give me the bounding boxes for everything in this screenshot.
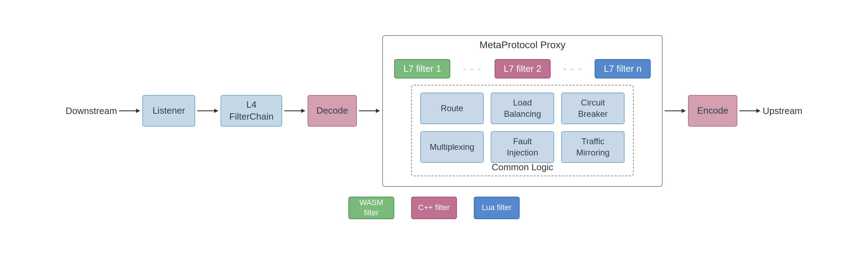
- arrow-decode-meta: [359, 106, 380, 116]
- common-cell-load-balancing: Load Balancing: [491, 93, 554, 124]
- svg-marker-5: [301, 109, 305, 113]
- legend-box-lua: Lua filter: [474, 197, 520, 219]
- arrow-encode-upstream: [739, 106, 761, 116]
- common-cell-traffic-mirroring: Traffic Mirroring: [561, 131, 625, 163]
- l7-filters-row: L7 filter 1 - - - L7 filter 2 - - - L7 f…: [394, 59, 651, 78]
- common-cell-circuit-breaker: Circuit Breaker: [561, 93, 625, 124]
- common-logic-grid: Route Load Balancing Circuit Breaker Mul…: [420, 93, 625, 163]
- diagram-container: Downstream Listener L4 FilterChain Decod…: [15, 11, 853, 243]
- decode-box: Decode: [308, 95, 357, 127]
- legend-box-cpp: C++ filter: [411, 197, 457, 219]
- filter-dash-1: - - -: [463, 63, 482, 74]
- legend-item-lua: Lua filter: [474, 197, 520, 219]
- l4filterchain-box: L4 FilterChain: [221, 95, 282, 127]
- svg-marker-1: [136, 109, 140, 113]
- common-cell-fault-injection: Fault Injection: [491, 131, 554, 163]
- metaprotocol-proxy-box: MetaProtocol Proxy L7 filter 1 - - - L7 …: [382, 35, 663, 187]
- svg-marker-9: [682, 109, 686, 113]
- arrow-l4-decode: [284, 106, 305, 116]
- legend-item-cpp: C++ filter: [411, 197, 457, 219]
- upstream-label: Upstream: [763, 106, 802, 116]
- encode-box: Encode: [688, 95, 737, 127]
- arrow-meta-encode: [665, 106, 686, 116]
- svg-marker-3: [214, 109, 218, 113]
- svg-marker-7: [376, 109, 380, 113]
- metaprotocol-title: MetaProtocol Proxy: [479, 39, 565, 51]
- common-cell-multiplexing: Multiplexing: [420, 131, 484, 163]
- main-flow: Downstream Listener L4 FilterChain Decod…: [15, 35, 853, 187]
- filter-dash-2: - - -: [563, 63, 582, 74]
- svg-marker-11: [756, 109, 761, 113]
- common-logic-title: Common Logic: [492, 162, 553, 173]
- l7-filter-n-box: L7 filter n: [595, 59, 651, 78]
- legend: WASM filter C++ filter Lua filter: [348, 197, 520, 219]
- l7-filter-1-box: L7 filter 1: [394, 59, 450, 78]
- legend-item-wasm: WASM filter: [348, 197, 394, 219]
- legend-box-wasm: WASM filter: [348, 197, 394, 219]
- l7-filter-2-box: L7 filter 2: [495, 59, 551, 78]
- arrow-downstream-listener: [119, 106, 140, 116]
- arrow-listener-l4: [197, 106, 218, 116]
- listener-box: Listener: [142, 95, 195, 127]
- downstream-label: Downstream: [66, 106, 117, 116]
- common-logic-box: Route Load Balancing Circuit Breaker Mul…: [411, 85, 634, 176]
- common-cell-route: Route: [420, 93, 484, 124]
